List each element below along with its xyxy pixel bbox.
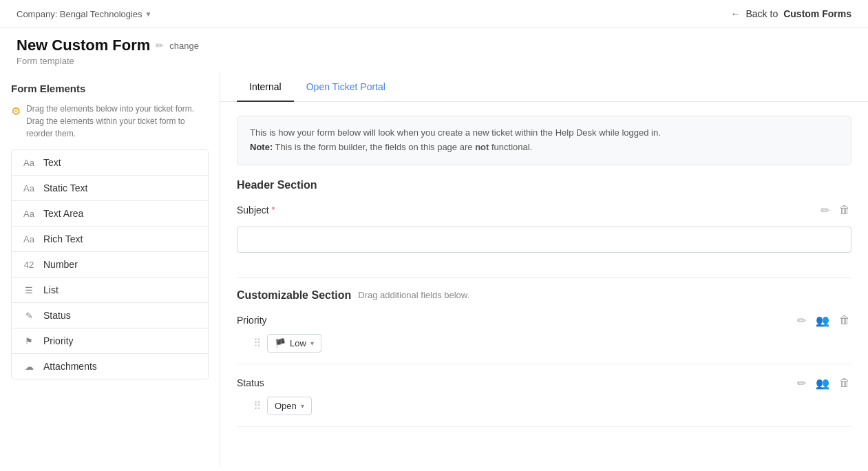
company-selector[interactable]: Company: Bengal Technologies ▼ bbox=[17, 9, 152, 19]
priority-dropdown-arrow: ▾ bbox=[310, 339, 314, 347]
subject-delete-button[interactable]: 🗑 bbox=[838, 202, 851, 218]
info-box: This is how your form below will look wh… bbox=[237, 116, 851, 165]
required-star: * bbox=[272, 205, 275, 215]
note-label: Note: bbox=[250, 142, 273, 152]
edit-title-icon[interactable]: ✏ bbox=[156, 40, 164, 51]
customizable-section: Customizable Section Drag additional fie… bbox=[237, 289, 851, 427]
element-icon: ✎ bbox=[21, 311, 36, 321]
page-title: New Custom Form bbox=[17, 36, 150, 54]
tab-open-ticket-portal[interactable]: Open Ticket Portal bbox=[294, 72, 398, 102]
status-value-row: ⠿ Open ▾ bbox=[237, 397, 851, 415]
info-text2: This is the form builder, the fields on … bbox=[275, 142, 473, 152]
priority-value: Low bbox=[290, 338, 306, 348]
element-icon: Aa bbox=[21, 158, 36, 168]
tabs: InternalOpen Ticket Portal bbox=[220, 72, 868, 102]
priority-field-actions: ✏ 👥 🗑 bbox=[796, 313, 851, 328]
subject-field-row: Subject * ✏ 🗑 bbox=[237, 202, 851, 218]
element-icon: ☁ bbox=[21, 362, 36, 372]
priority-drag-handle[interactable]: ⠿ bbox=[253, 337, 262, 350]
customizable-section-title: Customizable Section bbox=[237, 289, 351, 302]
element-label: Number bbox=[43, 259, 78, 270]
element-label: Static Text bbox=[43, 182, 87, 193]
back-link-prefix: Back to bbox=[746, 8, 779, 19]
priority-field-block: Priority ✏ 👥 🗑 ⠿ 🏴 Low ▾ bbox=[237, 313, 851, 364]
customizable-section-hint: Drag additional fields below. bbox=[358, 290, 469, 300]
priority-flag-icon: 🏴 bbox=[275, 338, 286, 348]
company-caret: ▼ bbox=[145, 10, 152, 18]
priority-edit-button[interactable]: ✏ bbox=[796, 313, 807, 328]
priority-dropdown[interactable]: 🏴 Low ▾ bbox=[267, 334, 321, 353]
company-label: Company: Bengal Technologies bbox=[17, 9, 142, 19]
sidebar-element-text[interactable]: Aa Text bbox=[12, 150, 208, 176]
page-header: New Custom Form ✏ change Form template bbox=[0, 28, 868, 72]
sidebar-element-priority[interactable]: ⚑ Priority bbox=[12, 328, 208, 354]
element-label: Rich Text bbox=[43, 233, 83, 244]
status-field-actions: ✏ 👥 🗑 bbox=[796, 375, 851, 391]
form-content: Header Section Subject * ✏ 🗑 Customizabl… bbox=[220, 179, 868, 427]
element-label: Priority bbox=[43, 335, 74, 346]
sidebar: Form Elements ⚙ Drag the elements below … bbox=[0, 72, 220, 467]
element-label: Text Area bbox=[43, 208, 83, 219]
priority-field-header: Priority ✏ 👥 🗑 bbox=[237, 313, 851, 328]
subject-input[interactable] bbox=[237, 227, 851, 253]
status-delete-button[interactable]: 🗑 bbox=[838, 375, 851, 390]
subject-edit-button[interactable]: ✏ bbox=[819, 202, 831, 218]
info-line1: This is how your form below will look wh… bbox=[250, 126, 838, 140]
sidebar-hint-text: Drag the elements below into your ticket… bbox=[26, 103, 209, 140]
element-icon: ⚑ bbox=[21, 336, 36, 346]
status-field-header: Status ✏ 👥 🗑 bbox=[237, 375, 851, 391]
sidebar-element-rich-text[interactable]: Aa Rich Text bbox=[12, 227, 208, 252]
back-to-custom-forms-link[interactable]: ← Back to Custom Forms bbox=[731, 8, 852, 19]
back-arrow-icon: ← bbox=[731, 8, 741, 19]
status-dropdown-arrow: ▾ bbox=[301, 402, 304, 410]
sidebar-element-status[interactable]: ✎ Status bbox=[12, 303, 208, 328]
element-icon: Aa bbox=[21, 234, 36, 244]
element-icon: Aa bbox=[21, 183, 36, 193]
sidebar-element-static-text[interactable]: Aa Static Text bbox=[12, 176, 208, 201]
element-icon: ☰ bbox=[21, 285, 36, 295]
status-edit-button[interactable]: ✏ bbox=[796, 375, 807, 391]
element-label: Text bbox=[43, 157, 61, 168]
sidebar-element-list[interactable]: ☰ List bbox=[12, 278, 208, 303]
info-bold: not bbox=[475, 142, 489, 152]
status-value: Open bbox=[275, 401, 297, 411]
element-label: Status bbox=[43, 310, 71, 321]
element-label: Attachments bbox=[43, 361, 97, 372]
hint-icon: ⚙ bbox=[11, 103, 21, 120]
sidebar-title: Form Elements bbox=[11, 83, 209, 94]
sidebar-hint: ⚙ Drag the elements below into your tick… bbox=[11, 103, 209, 140]
priority-label: Priority bbox=[237, 315, 796, 326]
status-users-button[interactable]: 👥 bbox=[814, 375, 831, 391]
sidebar-element-text-area[interactable]: Aa Text Area bbox=[12, 201, 208, 227]
subject-field-actions: ✏ 🗑 bbox=[819, 202, 851, 218]
element-icon: Aa bbox=[21, 209, 36, 219]
form-elements-list: Aa Text Aa Static Text Aa Text Area Aa R… bbox=[11, 149, 209, 379]
sidebar-element-number[interactable]: 42 Number bbox=[12, 252, 208, 278]
info-text3: functional. bbox=[491, 142, 532, 152]
subject-label: Subject * bbox=[237, 205, 819, 216]
status-dropdown[interactable]: Open ▾ bbox=[267, 397, 312, 415]
section-divider bbox=[237, 278, 851, 278]
status-drag-handle[interactable]: ⠿ bbox=[253, 399, 262, 412]
sidebar-element-attachments[interactable]: ☁ Attachments bbox=[12, 354, 208, 379]
change-link[interactable]: change bbox=[169, 41, 199, 51]
status-label: Status bbox=[237, 377, 796, 388]
priority-users-button[interactable]: 👥 bbox=[814, 313, 831, 328]
info-line2: Note: This is the form builder, the fiel… bbox=[250, 140, 838, 155]
content-area: InternalOpen Ticket Portal This is how y… bbox=[220, 72, 868, 467]
back-link-label: Custom Forms bbox=[783, 8, 851, 19]
element-label: List bbox=[43, 284, 59, 295]
tab-internal[interactable]: Internal bbox=[237, 72, 294, 102]
status-field-block: Status ✏ 👥 🗑 ⠿ Open ▾ bbox=[237, 375, 851, 427]
priority-value-row: ⠿ 🏴 Low ▾ bbox=[237, 334, 851, 353]
header-section-title: Header Section bbox=[237, 179, 851, 191]
priority-delete-button[interactable]: 🗑 bbox=[838, 313, 851, 328]
page-subtitle: Form template bbox=[17, 56, 851, 66]
element-icon: 42 bbox=[21, 260, 36, 270]
